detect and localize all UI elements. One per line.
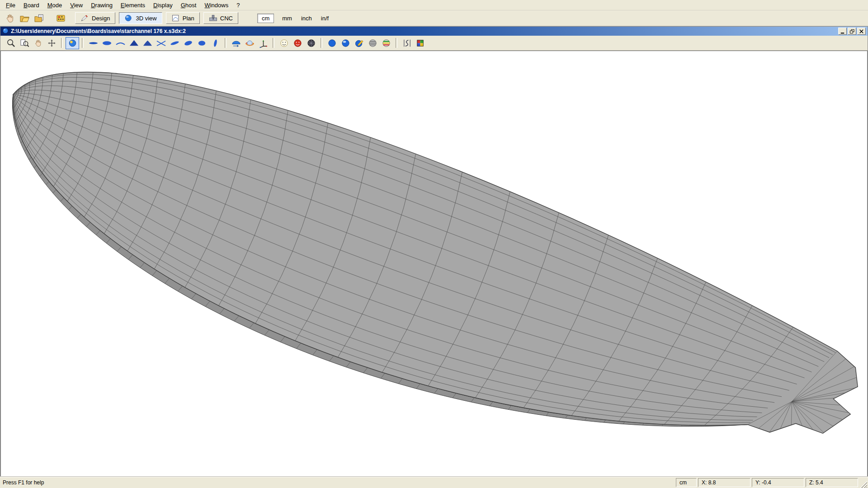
document-title: Z:\Users\dennery\Documents\Boards\save\s…	[11, 28, 186, 34]
tail-profile-button[interactable]	[141, 37, 154, 49]
open-folder-button[interactable]	[17, 12, 32, 24]
measurement-tool-button[interactable]	[53, 12, 68, 24]
sphere-striped-button[interactable]	[366, 37, 379, 49]
design-button[interactable]: Design	[75, 12, 115, 24]
flex-curve-button[interactable]	[400, 37, 414, 49]
cnc-button[interactable]: CNC	[203, 12, 238, 24]
oval-button[interactable]	[195, 37, 208, 49]
axes-icon	[258, 38, 269, 48]
resize-grip[interactable]	[859, 480, 867, 488]
close-glyph	[859, 28, 864, 34]
sphere-edit-icon	[354, 38, 364, 48]
3d-view-button[interactable]: 3D view	[119, 12, 162, 24]
rocker-curve-button[interactable]	[113, 37, 127, 49]
menu-elements[interactable]: Elements	[117, 1, 149, 9]
file-tool-icons	[3, 12, 68, 24]
unit-selector: cmmminchin/f	[257, 14, 330, 23]
minimize-button[interactable]	[838, 28, 847, 35]
smiley-outline-button[interactable]	[277, 37, 291, 49]
rotate-3d-button[interactable]	[243, 37, 256, 49]
design-label: Design	[92, 15, 110, 22]
outline-thin-icon	[88, 38, 99, 48]
tail-profile-icon	[142, 38, 153, 48]
unit-cm[interactable]: cm	[257, 14, 274, 23]
sphere-blue-icon	[327, 38, 337, 48]
measurement-tool-icon	[56, 14, 66, 23]
color-grid-icon	[415, 38, 426, 48]
status-panels: cm X: 8.8 Y: -0.4 Z: 5.4	[676, 478, 858, 487]
smiley-outline-icon	[279, 38, 289, 48]
document-icon	[2, 28, 9, 35]
mode-buttons: Design3D viewPlanCNC	[75, 12, 242, 24]
cnc-label: CNC	[220, 15, 233, 22]
status-help-text: Press F1 for help	[0, 479, 44, 486]
document-titlebar[interactable]: Z:\Users\dennery\Documents\Boards\save\s…	[0, 27, 868, 36]
toolbar-separator	[396, 38, 397, 48]
window-controls	[838, 28, 866, 35]
sphere-glossy-icon	[340, 38, 351, 48]
menu-view[interactable]: View	[66, 1, 87, 9]
menu-windows[interactable]: Windows	[200, 1, 232, 9]
status-z-coordinate: Z: 5.4	[806, 478, 858, 487]
unit-in-f[interactable]: in/f	[320, 14, 330, 23]
nose-profile-icon	[129, 38, 139, 48]
menu-mode[interactable]: Mode	[43, 1, 66, 9]
folders-icon	[34, 14, 44, 23]
menu-help[interactable]: ?	[232, 1, 244, 9]
nose-profile-button[interactable]	[127, 37, 141, 49]
folders-button[interactable]	[32, 12, 46, 24]
outline-full-button[interactable]	[100, 37, 113, 49]
unit-inch[interactable]: inch	[300, 14, 313, 23]
menu-file[interactable]: File	[2, 1, 19, 9]
rail-tilted-full-button[interactable]	[181, 37, 195, 49]
crossed-curves-button[interactable]	[154, 37, 168, 49]
viewport-3d[interactable]	[0, 51, 868, 477]
dark-wheel-icon	[306, 38, 316, 48]
pan-hand-button[interactable]	[31, 37, 45, 49]
menu-display[interactable]: Display	[149, 1, 177, 9]
shaded-view-button[interactable]	[66, 37, 79, 49]
axes-button[interactable]	[256, 37, 270, 49]
toolbar-separator	[225, 38, 226, 48]
outline-thin-button[interactable]	[86, 37, 100, 49]
board-3d-render	[1, 51, 867, 477]
unit-mm[interactable]: mm	[281, 14, 293, 23]
zoom-window-button[interactable]	[18, 37, 31, 49]
dome-arrow-icon	[231, 38, 241, 48]
hand-tool-button[interactable]	[3, 12, 17, 24]
toolbar-separator	[273, 38, 274, 48]
status-unit: cm	[676, 478, 697, 487]
color-grid-button[interactable]	[414, 37, 427, 49]
sphere-rainbow-button[interactable]	[379, 37, 393, 49]
crossed-curves-icon	[156, 38, 166, 48]
move-view-button[interactable]	[45, 37, 58, 49]
sphere-blue-button[interactable]	[325, 37, 339, 49]
sphere-glossy-button[interactable]	[339, 37, 352, 49]
toolbar-separator	[61, 38, 63, 48]
smiley-red-icon	[292, 38, 303, 48]
hand-tool-icon	[5, 14, 15, 23]
view-toolbar	[0, 36, 868, 51]
smiley-red-button[interactable]	[291, 37, 304, 49]
rail-tilted-icon	[170, 38, 180, 48]
status-y-coordinate: Y: -0.4	[752, 478, 804, 487]
sphere-edit-button[interactable]	[352, 37, 366, 49]
rail-tilted-button[interactable]	[168, 37, 181, 49]
vertical-oval-icon	[210, 38, 221, 48]
dark-wheel-button[interactable]	[304, 37, 318, 49]
menu-drawing[interactable]: Drawing	[87, 1, 117, 9]
plan-label: Plan	[183, 15, 194, 22]
design-icon	[80, 14, 89, 22]
zoom-button[interactable]	[4, 37, 18, 49]
menu-board[interactable]: Board	[19, 1, 43, 9]
menu-bar: FileBoardModeViewDrawingElementsDisplayG…	[0, 0, 868, 10]
vertical-oval-button[interactable]	[208, 37, 222, 49]
close-button[interactable]	[857, 28, 866, 35]
menu-ghost[interactable]: Ghost	[177, 1, 201, 9]
plan-button[interactable]: Plan	[166, 12, 200, 24]
oval-icon	[197, 38, 207, 48]
dome-arrow-button[interactable]	[229, 37, 243, 49]
flex-curve-icon	[402, 38, 412, 48]
rail-tilted-full-icon	[183, 38, 193, 48]
restore-button[interactable]	[848, 28, 856, 35]
